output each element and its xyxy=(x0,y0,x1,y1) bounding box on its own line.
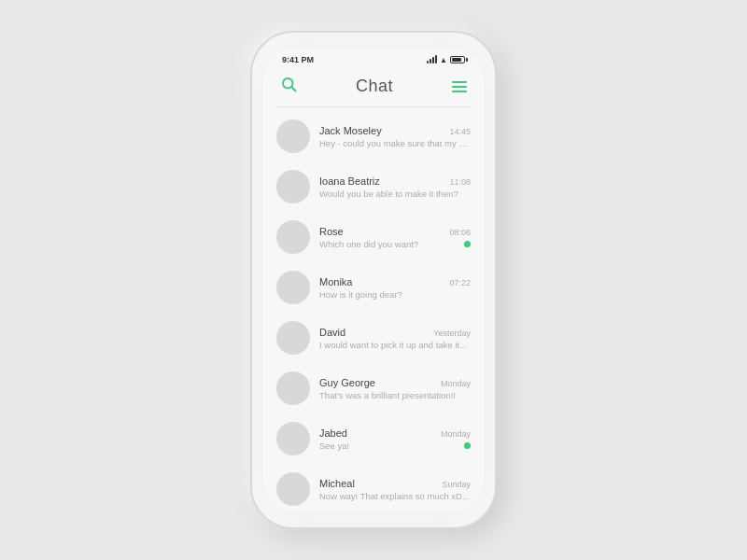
chat-time: Monday xyxy=(441,379,471,388)
chat-top: Micheal Sunday xyxy=(319,478,471,489)
svg-line-1 xyxy=(291,87,295,91)
chat-preview: I would want to pick it up and take it..… xyxy=(319,340,471,350)
chat-name: David xyxy=(319,327,345,338)
chat-top: Jack Moseley 14:45 xyxy=(319,125,471,136)
chat-content: Rose 08:06 Which one did you want? xyxy=(319,226,471,249)
status-bar: 9:41 PM ▲ xyxy=(263,48,484,68)
chat-top: Ioana Beatriz 11:08 xyxy=(319,175,471,187)
menu-icon[interactable] xyxy=(452,81,467,92)
chat-preview: Now way! That explains so much xD... xyxy=(319,491,471,501)
chat-preview: Which one did you want? xyxy=(319,239,460,249)
chat-item[interactable]: Rose 08:06 Which one did you want? xyxy=(263,212,484,262)
chat-time: Monday xyxy=(441,429,471,439)
chat-item[interactable]: Guy George Monday That's was a brilliant… xyxy=(263,363,484,413)
chat-time: 08:06 xyxy=(449,228,471,237)
chat-item[interactable]: Ioana Beatriz 11:08 Would you be able to… xyxy=(263,161,484,212)
chat-preview: Hey - could you make sure that my k... xyxy=(319,138,471,148)
chat-bottom: Which one did you want? xyxy=(319,239,471,249)
chat-content: Jack Moseley 14:45 Hey - could you make … xyxy=(319,125,471,148)
chat-name: Guy George xyxy=(319,377,375,388)
chat-bottom: How is it going dear? xyxy=(319,289,471,300)
avatar xyxy=(276,472,310,506)
chat-bottom: Now way! That explains so much xD... xyxy=(319,491,471,501)
avatar xyxy=(276,321,310,355)
chat-top: Guy George Monday xyxy=(319,377,471,388)
chat-item[interactable]: Jabed Monday See ya! xyxy=(263,413,484,464)
chat-content: Jabed Monday See ya! xyxy=(319,427,471,451)
chat-top: Rose 08:06 xyxy=(319,226,471,237)
avatar xyxy=(276,371,310,405)
chat-name: Jabed xyxy=(319,427,347,439)
chat-top: Jabed Monday xyxy=(319,427,471,439)
battery-icon xyxy=(450,56,465,63)
chat-time: 11:08 xyxy=(449,177,471,187)
chat-preview: That's was a brilliant presentation!! xyxy=(319,390,471,400)
chat-content: Ioana Beatriz 11:08 Would you be able to… xyxy=(319,175,471,199)
chat-item[interactable]: Jack Moseley 14:45 Hey - could you make … xyxy=(263,111,484,161)
chat-bottom: Would you be able to make it then? xyxy=(319,189,471,199)
chat-bottom: That's was a brilliant presentation!! xyxy=(319,390,471,400)
wifi-icon: ▲ xyxy=(440,56,447,64)
chat-time: Sunday xyxy=(442,480,471,489)
chat-name: Micheal xyxy=(319,478,355,489)
chat-item[interactable]: David Yesterday I would want to pick it … xyxy=(263,313,484,363)
chat-name: Ioana Beatriz xyxy=(319,175,380,187)
app-header: Chat xyxy=(263,68,484,106)
chat-content: David Yesterday I would want to pick it … xyxy=(319,327,471,350)
signal-icon xyxy=(427,56,437,63)
chat-time: 14:45 xyxy=(449,127,471,136)
chat-time: Yesterday xyxy=(433,329,471,338)
phone-device: 9:41 PM ▲ C xyxy=(252,33,495,527)
chat-preview: How is it going dear? xyxy=(319,289,471,300)
page-title: Chat xyxy=(356,77,393,96)
chat-content: Micheal Sunday Now way! That explains so… xyxy=(319,478,471,501)
status-time: 9:41 PM xyxy=(282,55,314,64)
status-icons: ▲ xyxy=(427,56,465,64)
avatar xyxy=(276,271,310,304)
avatar xyxy=(276,119,310,153)
chat-bottom: Hey - could you make sure that my k... xyxy=(319,138,471,148)
phone-screen: 9:41 PM ▲ C xyxy=(263,48,484,512)
search-icon[interactable] xyxy=(280,76,297,97)
chat-bottom: I would want to pick it up and take it..… xyxy=(319,340,471,350)
chat-name: Rose xyxy=(319,226,344,237)
chat-bottom: See ya! xyxy=(319,441,471,451)
avatar xyxy=(276,220,310,254)
chat-content: Monika 07:22 How is it going dear? xyxy=(319,276,471,300)
chat-list: Jack Moseley 14:45 Hey - could you make … xyxy=(263,107,484,512)
chat-item[interactable]: Monika 07:22 How is it going dear? xyxy=(263,262,484,313)
chat-content: Guy George Monday That's was a brilliant… xyxy=(319,377,471,400)
avatar xyxy=(276,170,310,203)
online-dot xyxy=(464,442,471,449)
chat-time: 07:22 xyxy=(449,278,471,287)
chat-top: Monika 07:22 xyxy=(319,276,471,287)
chat-top: David Yesterday xyxy=(319,327,471,338)
chat-preview: See ya! xyxy=(319,441,460,451)
chat-item[interactable]: Micheal Sunday Now way! That explains so… xyxy=(263,464,484,512)
chat-preview: Would you be able to make it then? xyxy=(319,189,471,199)
chat-name: Monika xyxy=(319,276,352,287)
avatar xyxy=(276,422,310,455)
chat-name: Jack Moseley xyxy=(319,125,382,136)
online-dot xyxy=(464,241,471,247)
